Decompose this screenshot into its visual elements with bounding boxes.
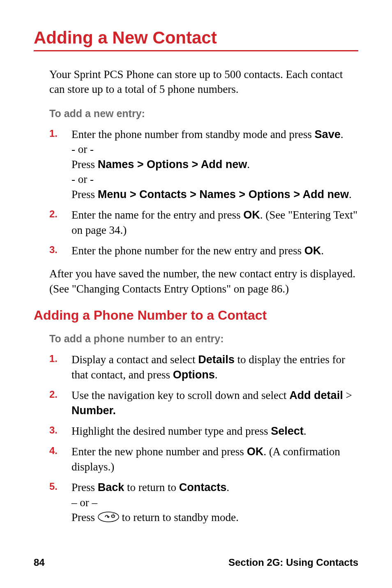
step-1: 1. Enter the phone number from standby m…	[49, 127, 358, 202]
page-title: Adding a New Contact	[34, 28, 358, 48]
step-text: Enter the phone number from standby mode…	[71, 128, 315, 141]
step-body: Press Back to return to Contacts. – or –…	[71, 480, 358, 526]
step-body: Enter the name for the entry and press O…	[71, 208, 358, 238]
step-text: Display a contact and select	[71, 353, 198, 366]
steps-list-1: 1. Enter the phone number from standby m…	[49, 127, 358, 258]
intro-paragraph: Your Sprint PCS Phone can store up to 50…	[49, 67, 358, 97]
step-text: Enter the phone number for the new entry…	[71, 244, 304, 257]
page-number: 84	[34, 557, 45, 568]
step-3: 3. Highlight the desired number type and…	[49, 424, 358, 438]
power-key-icon: ↷⏻	[98, 511, 119, 526]
ui-label-save: Save	[315, 128, 341, 141]
step-number: 3.	[49, 424, 71, 436]
ui-label-ok: OK	[247, 445, 264, 458]
step-3: 3. Enter the phone number for the new en…	[49, 243, 358, 258]
text: .	[321, 244, 324, 257]
subheading-add-entry: To add a new entry:	[49, 108, 358, 120]
step-body: Enter the new phone number and press OK.…	[71, 444, 358, 474]
ui-label-add-detail: Add detail	[289, 389, 343, 401]
step-number: 1.	[49, 352, 71, 364]
or-separator: - or -	[71, 142, 358, 157]
step-body: Highlight the desired number type and pr…	[71, 424, 358, 438]
ui-label-number: Number.	[71, 404, 116, 417]
svg-text:⏻: ⏻	[111, 513, 115, 518]
subheading-add-phone: To add a phone number to an entry:	[49, 333, 358, 345]
step-text: to return to standby mode.	[119, 511, 239, 523]
step-number: 5.	[49, 480, 71, 492]
section-label: Section 2G: Using Contacts	[228, 557, 358, 568]
text: .	[215, 369, 218, 381]
step-5: 5. Press Back to return to Contacts. – o…	[49, 480, 358, 526]
step-text: Enter the new phone number and press	[71, 445, 247, 458]
section-heading: Adding a Phone Number to a Contact	[34, 308, 358, 323]
step-body: Display a contact and select Details to …	[71, 352, 358, 382]
title-rule	[34, 50, 358, 51]
ui-label-back: Back	[98, 481, 125, 493]
steps-list-2: 1. Display a contact and select Details …	[49, 352, 358, 526]
step-number: 2.	[49, 208, 71, 220]
step-2: 2. Enter the name for the entry and pres…	[49, 208, 358, 238]
step-text: Press	[71, 511, 98, 523]
ui-label-contacts: Contacts	[179, 481, 227, 493]
step-text: Press	[71, 188, 98, 201]
or-separator: - or -	[71, 172, 358, 187]
ui-label-options: Options	[173, 369, 215, 381]
step-number: 1.	[49, 127, 71, 139]
step-1: 1. Display a contact and select Details …	[49, 352, 358, 382]
step-text: Highlight the desired number type and pr…	[71, 425, 271, 437]
ui-label-ok: OK	[304, 244, 321, 257]
step-text: Press	[71, 481, 98, 493]
after-paragraph: After you have saved the number, the new…	[49, 266, 358, 296]
step-text: Enter the name for the entry and press	[71, 209, 243, 221]
svg-text:↷: ↷	[105, 514, 110, 520]
step-body: Enter the phone number for the new entry…	[71, 243, 358, 258]
text: .	[247, 158, 250, 171]
step-4: 4. Enter the new phone number and press …	[49, 444, 358, 474]
step-text: Use the navigation key to scroll down an…	[71, 389, 289, 401]
step-body: Enter the phone number from standby mode…	[71, 127, 358, 202]
or-separator: – or –	[71, 495, 358, 510]
step-number: 2.	[49, 388, 71, 400]
step-number: 3.	[49, 243, 71, 256]
step-text: to return to	[124, 481, 179, 493]
ui-label-details: Details	[198, 353, 235, 366]
ui-menu-path: Menu > Contacts > Names > Options > Add …	[98, 188, 349, 201]
text: .	[226, 481, 229, 493]
step-body: Use the navigation key to scroll down an…	[71, 388, 358, 418]
step-text: Press	[71, 158, 98, 171]
page-footer: 84 Section 2G: Using Contacts	[34, 557, 358, 568]
ui-menu-path: Names > Options > Add new	[98, 158, 247, 171]
text: .	[304, 425, 307, 437]
text: .	[349, 188, 352, 201]
ui-label-ok: OK	[243, 209, 260, 221]
step-2: 2. Use the navigation key to scroll down…	[49, 388, 358, 418]
step-number: 4.	[49, 444, 71, 457]
text: .	[341, 128, 344, 141]
text: >	[343, 389, 352, 401]
ui-label-select: Select	[271, 425, 304, 437]
